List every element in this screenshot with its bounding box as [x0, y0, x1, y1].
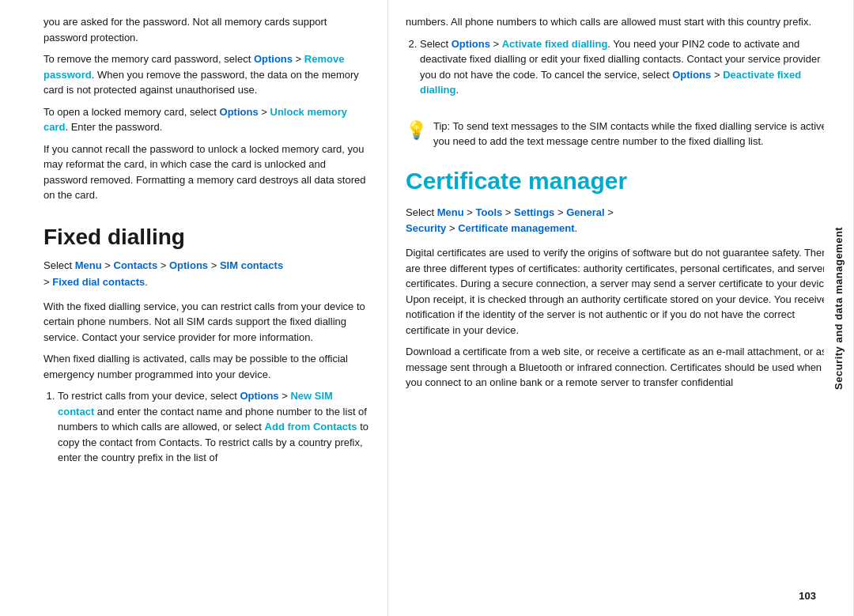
cert-mgmt-link[interactable]: Certificate management — [458, 222, 574, 234]
restriction-list: To restrict calls from your device, sele… — [43, 388, 370, 472]
nav-options-link[interactable]: Options — [169, 259, 208, 271]
right-column: numbers. All phone numbers to which call… — [387, 0, 854, 616]
item2-sep1: > — [490, 38, 502, 50]
cert-tools-link[interactable]: Tools — [476, 206, 503, 218]
nav-contacts-link[interactable]: Contacts — [114, 259, 158, 271]
nav-sep1: > — [102, 259, 114, 271]
nav-sim-link[interactable]: SIM contacts — [220, 259, 283, 271]
cert-body2: Download a certificate from a web site, … — [406, 344, 837, 391]
recall-para: If you cannot recall the password to unl… — [43, 142, 370, 203]
item2-options2-link[interactable]: Options — [672, 69, 711, 81]
remove-password-para: To remove the memory card password, sele… — [43, 51, 370, 98]
nav-sep4: > — [43, 276, 52, 288]
top-text: numbers. All phone numbers to which call… — [406, 14, 837, 30]
left-column: you are asked for the password. Not all … — [0, 0, 387, 616]
intro-para-0: you are asked for the password. Not all … — [43, 16, 327, 43]
item2-end: . — [456, 84, 459, 96]
options-link-2[interactable]: Options — [220, 106, 259, 118]
cert-manager-title: Certificate manager — [406, 167, 837, 195]
activate-link[interactable]: Activate fixed dialling — [502, 38, 608, 50]
intro-text-1: you are asked for the password. Not all … — [43, 14, 370, 45]
cert-general-link[interactable]: General — [566, 206, 604, 218]
tip-icon: 💡 — [406, 120, 427, 141]
cert-nav-select: Select — [406, 206, 437, 218]
item2-options-link[interactable]: Options — [452, 38, 490, 50]
fixed-dialling-title: Fixed dialling — [43, 224, 370, 251]
tip-text: Tip: To send text messages to the SIM co… — [433, 119, 837, 149]
nav-sep3: > — [208, 259, 220, 271]
unlock-suffix: . Enter the password. — [65, 121, 162, 133]
sidebar-label: Security and data management — [824, 0, 854, 616]
list-intro: To restrict calls from your device, sele… — [58, 390, 240, 402]
right-list: numbers. All phone numbers to which call… — [406, 14, 837, 98]
item2-prefix: Select — [420, 38, 452, 50]
sep-1: > — [293, 53, 304, 65]
cert-sep4: > — [605, 206, 614, 218]
body2-para: When fixed dialling is activated, calls … — [43, 351, 370, 382]
page-container: you are asked for the password. Not all … — [0, 0, 854, 616]
list-sep: > — [279, 390, 291, 402]
remove-suffix: . When you remove the password, the data… — [43, 69, 359, 96]
unlock-para: To open a locked memory card, select Opt… — [43, 104, 370, 135]
list-item-1: To restrict calls from your device, sele… — [58, 388, 370, 466]
nav-menu-link[interactable]: Menu — [75, 259, 102, 271]
nav-period: . — [145, 276, 148, 288]
cert-nav-end: . — [575, 222, 578, 234]
unlock-prefix: To open a locked memory card, select — [43, 106, 220, 118]
list-options-link[interactable]: Options — [240, 390, 278, 402]
remove-prefix: To remove the memory card password, sele… — [43, 53, 254, 65]
item2-sep2: > — [711, 69, 723, 81]
right-list-item-2: Select Options > Activate fixed dialling… — [420, 36, 837, 98]
options-link-1[interactable]: Options — [254, 53, 293, 65]
tip-box: 💡 Tip: To send text messages to the SIM … — [406, 119, 837, 149]
nav-sep2: > — [157, 259, 169, 271]
right-list-item-1: numbers. All phone numbers to which call… — [406, 14, 837, 30]
cert-nav-path: Select Menu > Tools > Settings > General… — [406, 205, 837, 238]
cert-sep3: > — [554, 206, 566, 218]
cert-sep2: > — [502, 206, 514, 218]
nav-path: Select Menu > Contacts > Options > SIM c… — [43, 258, 370, 291]
list-add-link[interactable]: Add from Contacts — [265, 421, 357, 433]
unlock-sep: > — [259, 106, 270, 118]
nav-select: Select — [43, 259, 75, 271]
body1-para: With the fixed dialling service, you can… — [43, 299, 370, 346]
cert-sep5: > — [446, 222, 458, 234]
cert-security-link[interactable]: Security — [406, 222, 446, 234]
cert-menu-link[interactable]: Menu — [437, 206, 464, 218]
nav-fixed-link[interactable]: Fixed dial contacts — [52, 276, 145, 288]
right-top: numbers. All phone numbers to which call… — [406, 14, 837, 104]
cert-settings-link[interactable]: Settings — [514, 206, 554, 218]
cert-body1: Digital certificates are used to verify … — [406, 245, 837, 338]
page-number: 103 — [799, 590, 816, 602]
cert-sep1: > — [464, 206, 476, 218]
